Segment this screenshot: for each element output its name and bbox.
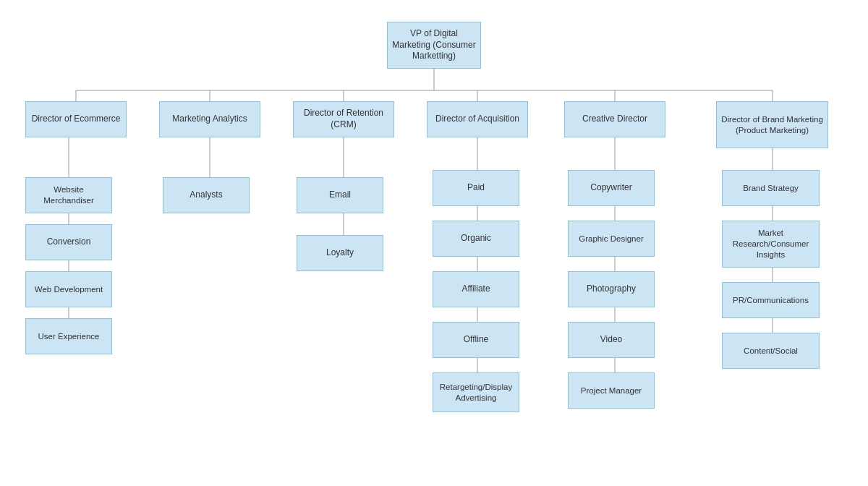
node-market-research: Market Research/Consumer Insights — [722, 221, 820, 268]
node-video: Video — [568, 322, 655, 358]
node-analysts: Analysts — [163, 177, 250, 213]
root-node: VP of Digital Marketing (Consumer Market… — [387, 22, 481, 69]
org-chart: VP of Digital Marketing (Consumer Market… — [7, 7, 861, 448]
node-ecommerce: Director of Ecommerce — [25, 101, 127, 137]
node-website-merchandiser: Website Merchandiser — [25, 177, 112, 213]
node-organic: Organic — [433, 221, 519, 257]
node-photography: Photography — [568, 271, 655, 307]
node-web-development: Web Development — [25, 271, 112, 307]
node-content-social: Content/Social — [722, 333, 820, 369]
node-project-manager: Project Manager — [568, 372, 655, 409]
node-offline: Offline — [433, 322, 519, 358]
node-retention: Director of Retention (CRM) — [293, 101, 394, 137]
node-affiliate: Affiliate — [433, 271, 519, 307]
node-graphic-designer: Graphic Designer — [568, 221, 655, 257]
node-email: Email — [297, 177, 383, 213]
node-analytics: Marketing Analytics — [159, 101, 260, 137]
node-copywriter: Copywriter — [568, 170, 655, 206]
node-paid: Paid — [433, 170, 519, 206]
node-loyalty: Loyalty — [297, 235, 383, 271]
node-acquisition: Director of Acquisition — [427, 101, 528, 137]
node-retargeting: Retargeting/Display Advertising — [433, 372, 519, 412]
node-brand-strategy: Brand Strategy — [722, 170, 820, 206]
node-brand: Director of Brand Marketing (Product Mar… — [716, 101, 828, 148]
node-creative: Creative Director — [564, 101, 665, 137]
node-conversion: Conversion — [25, 224, 112, 260]
node-user-experience: User Experience — [25, 318, 112, 354]
node-pr-communications: PR/Communications — [722, 282, 820, 318]
